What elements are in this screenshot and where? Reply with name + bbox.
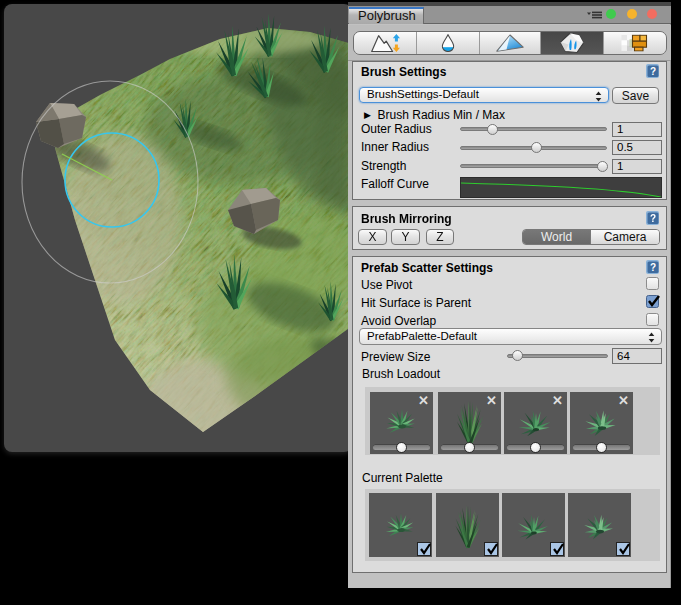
svg-text:?: ? (650, 262, 656, 273)
svg-text:?: ? (650, 213, 656, 224)
svg-text:?: ? (650, 66, 656, 77)
